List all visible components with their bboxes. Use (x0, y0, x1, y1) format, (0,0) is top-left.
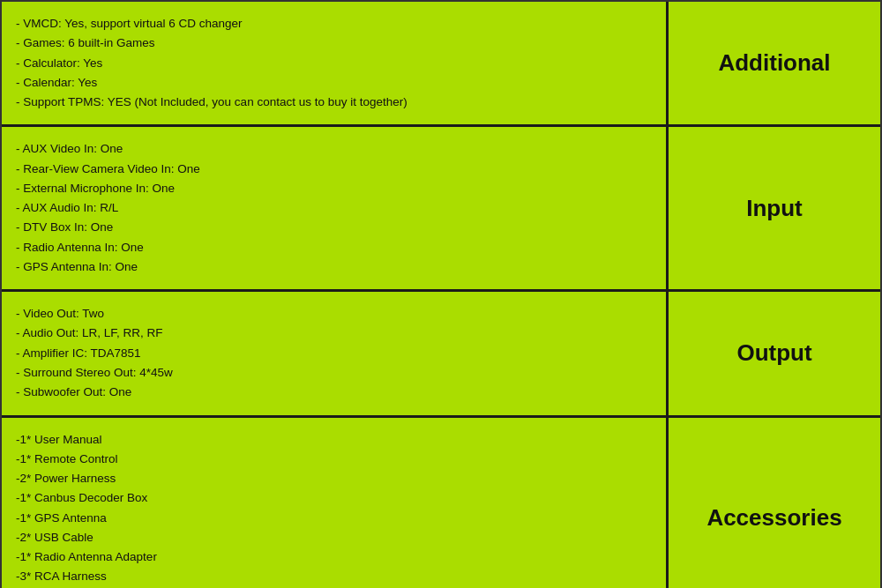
additional-content: - VMCD: Yes, support virtual 6 CD change… (2, 2, 669, 124)
additional-label: Additional (669, 2, 880, 124)
content-line: - GPS Antenna In: One (16, 257, 652, 277)
content-line: - Subwoofer Out: One (16, 383, 652, 402)
input-content: - AUX Video In: One- Rear-View Camera Vi… (2, 127, 669, 289)
content-line: - Surround Stereo Out: 4*45w (16, 363, 652, 383)
content-line: -1* Canbus Decoder Box (16, 488, 652, 508)
accessories-content: -1* User Manual-1* Remote Control-2* Pow… (2, 418, 669, 588)
content-line: - External Microphone In: One (16, 179, 652, 198)
specs-table: - VMCD: Yes, support virtual 6 CD change… (0, 0, 882, 588)
content-line: - Calendar: Yes (16, 73, 652, 93)
content-line: -1* GPS Antenna (16, 509, 652, 528)
content-line: -2* USB Cable (16, 528, 652, 547)
input-label: Input (669, 127, 880, 289)
content-line: -3* RCA Harness (16, 567, 652, 586)
content-line: - Amplifier IC: TDA7851 (16, 344, 652, 363)
content-line: - Games: 6 built-in Games (16, 33, 652, 53)
row-accessories: -1* User Manual-1* Remote Control-2* Pow… (2, 418, 880, 588)
content-line: -1* Radio Antenna Adapter (16, 547, 652, 567)
content-line: - Calculator: Yes (16, 54, 652, 73)
content-line: - AUX Audio In: R/L (16, 198, 652, 218)
content-line: -2* Power Harness (16, 469, 652, 488)
row-input: - AUX Video In: One- Rear-View Camera Vi… (2, 127, 880, 292)
row-output: - Video Out: Two- Audio Out: LR, LF, RR,… (2, 292, 880, 417)
content-line: - Rear-View Camera Video In: One (16, 160, 652, 179)
accessories-label: Accessories (669, 418, 880, 588)
output-content: - Video Out: Two- Audio Out: LR, LF, RR,… (2, 292, 669, 414)
content-line: - Radio Antenna In: One (16, 238, 652, 257)
content-line: -1* User Manual (16, 430, 652, 450)
content-line: - Video Out: Two (16, 304, 652, 324)
output-label: Output (669, 292, 880, 414)
row-additional: - VMCD: Yes, support virtual 6 CD change… (2, 2, 880, 127)
content-line: -1* Remote Control (16, 450, 652, 469)
content-line: - DTV Box In: One (16, 218, 652, 237)
content-line: - Support TPMS: YES (Not Included, you c… (16, 93, 652, 112)
content-line: - Audio Out: LR, LF, RR, RF (16, 324, 652, 343)
content-line: - AUX Video In: One (16, 139, 652, 159)
content-line: - VMCD: Yes, support virtual 6 CD change… (16, 14, 652, 33)
